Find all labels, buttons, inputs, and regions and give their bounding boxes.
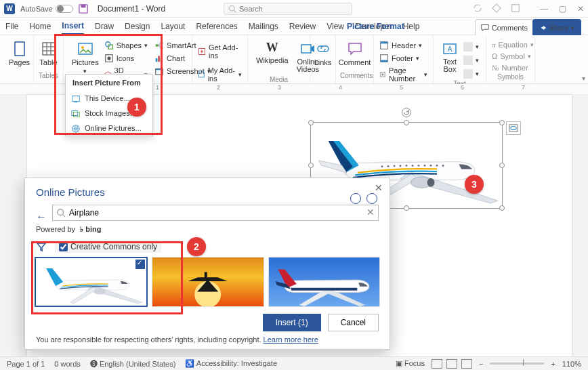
svg-point-2 [230,6,235,12]
copyright-notice: You are responsible for respecting other… [36,335,379,344]
autosave-toggle[interactable] [56,5,73,13]
symbols-group-label: Symbols [490,73,530,82]
zoom-level[interactable]: 110% [562,360,581,368]
frown-feedback-icon[interactable] [366,193,377,204]
tab-picture-format[interactable]: Picture Format [347,19,404,34]
bing-logo: ♭ bing [80,225,101,233]
insert-button[interactable]: Insert (1) [263,314,321,331]
zoom-in-button[interactable]: + [551,360,555,368]
links-button[interactable]: Links [314,38,331,69]
comment-icon [481,24,489,32]
footer-icon [379,54,389,63]
minimize-button[interactable]: — [540,4,548,14]
rotation-handle[interactable] [402,108,411,117]
smile-feedback-icon[interactable] [350,193,361,204]
svg-point-42 [430,165,432,167]
tab-home[interactable]: Home [29,19,51,34]
svg-rect-3 [512,5,520,12]
svg-text:#: # [382,73,384,77]
powered-by-label: Powered by [36,225,75,233]
tab-review[interactable]: Review [289,19,316,34]
share-icon [539,24,546,31]
header-button[interactable]: Header ▾ [378,39,429,52]
maximize-button[interactable]: ▢ [559,4,566,14]
tab-design[interactable]: Design [125,19,150,34]
number-button[interactable]: № Number [490,62,530,73]
footer-button[interactable]: Footer ▾ [378,52,429,64]
diamond-icon[interactable] [492,3,501,13]
resize-handle-w[interactable] [308,163,314,168]
resize-handle-e[interactable] [499,163,505,168]
tab-references[interactable]: References [196,19,237,34]
tab-insert[interactable]: Insert [62,18,84,35]
svg-rect-4 [15,42,24,56]
save-icon[interactable] [79,4,88,14]
view-web-button[interactable] [461,359,472,369]
pages-button[interactable]: Pages [9,38,29,69]
dialog-close-button[interactable]: ✕ [375,182,383,193]
svg-point-44 [442,165,444,167]
search-result-3[interactable] [268,257,380,307]
comments-button[interactable]: Comments [475,19,534,37]
wordart-button[interactable]: ▾ [462,54,480,66]
zoom-slider[interactable] [490,363,544,365]
wikipedia-button[interactable]: WWikipedia [252,38,293,76]
callout-box-1 [54,34,163,135]
clear-search-button[interactable]: ✕ [366,207,375,218]
status-words[interactable]: 0 words [54,360,81,368]
resize-handle-se[interactable] [499,205,505,211]
comment-button[interactable]: Comment [340,38,369,69]
dialog-title: Online Pictures [25,178,390,201]
resize-handle-s[interactable] [404,205,409,211]
status-accessibility[interactable]: ♿ Accessibility: Investigate [185,359,277,368]
tab-mailings[interactable]: Mailings [249,19,278,34]
search-input[interactable] [52,205,379,221]
page-number-button[interactable]: #Page Number ▾ [378,65,429,84]
resize-handle-n[interactable] [404,120,409,125]
svg-point-36 [394,165,396,167]
header-icon [379,41,389,50]
svg-text:A: A [448,45,453,53]
title-search[interactable]: Search [224,3,352,15]
page-number-icon: # [379,70,386,79]
view-read-button[interactable] [432,359,442,369]
close-button[interactable]: ✕ [577,4,584,14]
drop-cap-button[interactable]: ▾ [462,68,480,80]
my-addins-button[interactable]: My Add-ins ▾ [196,65,243,84]
tab-view[interactable]: View [327,19,344,34]
tab-draw[interactable]: Draw [95,19,114,34]
status-page[interactable]: Page 1 of 1 [7,360,45,368]
callout-box-2 [31,241,183,314]
quick-parts-button[interactable]: ▾ [462,41,480,53]
symbol-button[interactable]: Ω Symbol ▾ [490,51,530,62]
view-print-button[interactable] [446,359,457,369]
svg-rect-1 [81,4,85,7]
tab-layout[interactable]: Layout [161,19,185,34]
resize-handle-ne[interactable] [499,120,505,125]
zoom-out-button[interactable]: − [479,360,483,368]
svg-point-33 [427,178,435,187]
svg-point-37 [400,165,402,167]
back-button[interactable]: ← [36,211,47,223]
focus-mode-button[interactable]: ▣ Focus [396,359,425,368]
resize-handle-nw[interactable] [308,120,314,125]
addins-icon [198,47,206,56]
text-box-button[interactable]: AText Box [438,38,462,80]
tab-help[interactable]: Help [403,19,420,34]
ribbon-collapse-icon[interactable]: ▾ [582,75,585,82]
tab-file[interactable]: File [5,19,18,34]
learn-more-link[interactable]: Learn more here [264,335,318,344]
status-language[interactable]: 🅢 English (United States) [90,360,176,368]
link-icon [315,41,331,57]
square-icon[interactable] [511,3,520,13]
svg-point-35 [387,165,390,167]
sync-icon[interactable] [473,3,482,13]
get-addins-button[interactable]: Get Add-ins [196,42,243,61]
equation-button[interactable]: π Equation ▾ [490,39,530,50]
svg-rect-55 [291,288,357,291]
layout-options-button[interactable] [506,121,521,135]
svg-rect-24 [381,42,388,44]
autosave-label: AutoSave [20,5,53,13]
cancel-button[interactable]: Cancel [328,314,379,331]
share-button[interactable]: Share ▾ [532,19,581,37]
